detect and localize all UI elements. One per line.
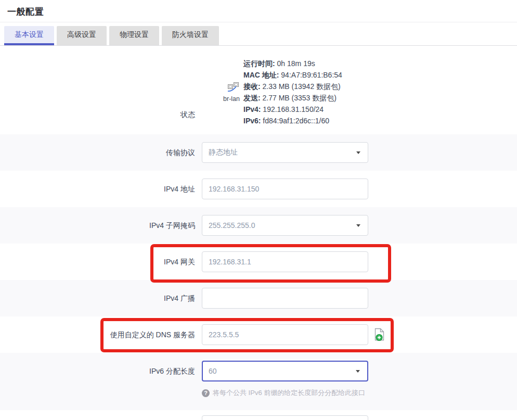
ipv6-assignment-select[interactable]: 60 <box>202 361 368 381</box>
chevron-down-icon <box>356 151 360 154</box>
field-help: ? 将每个公共 IPv6 前缀的给定长度部分分配给此接口 <box>202 388 368 398</box>
netmask-select-value: 255.255.255.0 <box>209 221 255 230</box>
tab-firewall-settings[interactable]: 防火墙设置 <box>162 26 219 45</box>
general-configuration-page: 一般配置 基本设置 高级设置 物理设置 防火墙设置 状态 br-lan <box>0 0 517 420</box>
dns-server-input[interactable] <box>202 324 368 345</box>
ipv6-assignment-select-value: 60 <box>209 367 217 375</box>
status-content: br-lan 运行时间: 0h 18m 19s MAC 地址: 94:A7:B9… <box>202 46 342 134</box>
dns-label: 使用自定义的 DNS 服务器 <box>0 316 195 353</box>
page-header: 一般配置 <box>0 0 517 22</box>
next-field-input[interactable] <box>202 415 368 420</box>
help-icon: ? <box>202 389 210 397</box>
tab-advanced-settings[interactable]: 高级设置 <box>57 26 107 45</box>
interface-device: br-lan <box>202 82 243 103</box>
field-row-netmask: IPv4 子网掩码 255.255.255.0 <box>0 207 517 244</box>
ipv4-broadcast-input[interactable] <box>202 288 368 309</box>
chevron-down-icon <box>356 224 360 227</box>
status-line-rx: 接收: 2.33 MB (13942 数据包) <box>243 81 342 92</box>
tab-basic-settings[interactable]: 基本设置 <box>4 26 54 45</box>
protocol-select-value: 静态地址 <box>209 148 238 157</box>
field-row-dns: 使用自定义的 DNS 服务器 <box>0 316 517 353</box>
ipv6-assignment-label: IPv6 分配长度 <box>0 353 195 398</box>
field-row-ipv4-address: IPv4 地址 <box>0 171 517 207</box>
ipv4-gateway-input[interactable] <box>202 251 368 272</box>
add-dns-entry-button[interactable] <box>373 328 385 342</box>
status-lines: 运行时间: 0h 18m 19s MAC 地址: 94:A7:B9:61:B6:… <box>243 58 342 126</box>
field-row-ipv6-assignment: IPv6 分配长度 60 ? 将每个公共 IPv6 前缀的给定长度部分分配给此接… <box>0 353 517 410</box>
status-label: 状态 <box>0 110 195 134</box>
ipv4-gateway-label: IPv4 网关 <box>0 244 195 280</box>
protocol-label: 传输协议 <box>0 134 195 171</box>
protocol-select[interactable]: 静态地址 <box>202 142 368 163</box>
field-row-protocol: 传输协议 静态地址 <box>0 134 517 171</box>
ipv4-address-input[interactable] <box>202 179 368 199</box>
field-row-next-partial <box>0 410 517 420</box>
status-line-mac: MAC 地址: 94:A7:B9:61:B6:54 <box>243 69 342 81</box>
chevron-down-icon <box>356 370 360 373</box>
netmask-label: IPv4 子网掩码 <box>0 207 195 244</box>
tab-physical-settings[interactable]: 物理设置 <box>109 26 159 45</box>
page-title: 一般配置 <box>0 0 517 18</box>
netmask-select[interactable]: 255.255.255.0 <box>202 215 368 236</box>
bridge-icon <box>226 82 240 94</box>
ipv4-broadcast-label: IPv4 广播 <box>0 280 195 316</box>
status-line-ipv6: IPv6: fd84:9af1:2d6c::1/60 <box>243 115 342 126</box>
status-line-ipv4: IPv4: 192.168.31.150/24 <box>243 104 342 115</box>
field-row-ipv4-broadcast: IPv4 广播 <box>0 280 517 316</box>
field-help-text: 将每个公共 IPv6 前缀的给定长度部分分配给此接口 <box>213 388 365 398</box>
field-row-ipv4-gateway: IPv4 网关 <box>0 244 517 280</box>
status-row: 状态 br-lan 运行时间: 0h 18m 19s MAC 地址: 94:A7… <box>0 46 517 134</box>
add-icon <box>373 336 385 343</box>
ipv4-address-label: IPv4 地址 <box>0 171 195 207</box>
status-line-tx: 发送: 2.77 MB (3353 数据包) <box>243 92 342 104</box>
status-line-uptime: 运行时间: 0h 18m 19s <box>243 58 342 69</box>
tab-bar: 基本设置 高级设置 物理设置 防火墙设置 <box>0 22 517 46</box>
interface-name: br-lan <box>223 95 240 103</box>
